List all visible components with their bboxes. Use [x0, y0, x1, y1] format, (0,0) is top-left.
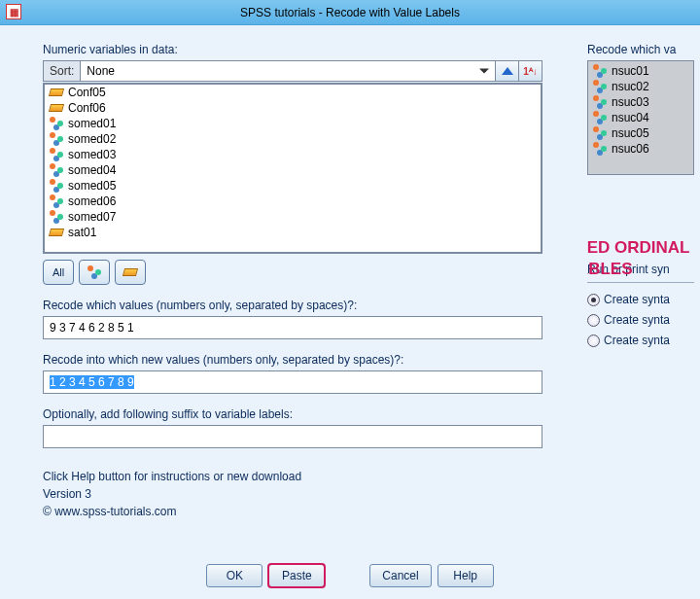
- recode-which-vars-label: Recode which va: [587, 43, 694, 56]
- triangle-up-icon: [502, 67, 513, 75]
- divider: [587, 282, 694, 283]
- sort-label: Sort:: [43, 60, 81, 82]
- list-item[interactable]: sat01: [45, 225, 541, 240]
- list-item[interactable]: somed07: [45, 209, 541, 225]
- radio-icon: [587, 314, 600, 327]
- variable-name: Conf06: [68, 101, 106, 115]
- sort-alpha-button[interactable]: 1ᴬ↓: [519, 60, 542, 82]
- list-item[interactable]: Conf05: [45, 85, 541, 100]
- list-item[interactable]: somed02: [45, 131, 541, 147]
- syntax-radio-option[interactable]: Create synta: [587, 334, 694, 347]
- nominal-icon: [50, 132, 63, 146]
- nominal-icon: [593, 95, 607, 109]
- suffix-input[interactable]: [43, 425, 542, 448]
- syntax-radio-option[interactable]: Create synta: [587, 313, 694, 327]
- radio-label: Create synta: [604, 334, 670, 347]
- variable-name: somed06: [68, 194, 116, 208]
- ok-button[interactable]: OK: [206, 564, 262, 587]
- nominal-icon: [593, 126, 607, 140]
- nominal-icon: [593, 142, 607, 156]
- annotation-label: AUTORECODED ORDINAL VARIABLES: [587, 237, 692, 280]
- syntax-radio-option[interactable]: Create synta: [587, 293, 694, 306]
- variable-name: nsuc01: [612, 64, 649, 78]
- dialog-buttons: OK Paste Cancel Help: [0, 564, 700, 587]
- ruler-icon: [49, 104, 64, 112]
- left-panel: Numeric variables in data: Sort: None 1ᴬ…: [43, 43, 542, 520]
- nominal-icon: [593, 64, 607, 78]
- paste-button[interactable]: Paste: [268, 564, 325, 587]
- nominal-icon: [50, 210, 63, 224]
- variable-name: somed07: [68, 210, 116, 224]
- right-panel: Recode which va nsuc01nsuc02nsuc03nsuc04…: [587, 43, 694, 520]
- radio-icon: [587, 335, 600, 347]
- main-content: Numeric variables in data: Sort: None 1ᴬ…: [0, 25, 700, 524]
- ruler-icon: [49, 229, 64, 236]
- copyright-text: © www.spss-tutorials.com: [43, 503, 542, 520]
- filter-buttons: All: [43, 260, 542, 285]
- ruler-icon: [122, 268, 138, 276]
- syntax-radio-group: Create syntaCreate syntaCreate synta: [587, 293, 694, 347]
- help-hint: Click Help button for instructions or ne…: [43, 468, 542, 485]
- nominal-icon: [593, 80, 607, 93]
- variable-listbox[interactable]: Conf05Conf06somed01somed02somed03somed04…: [43, 83, 542, 254]
- filter-all-button[interactable]: All: [43, 260, 74, 285]
- list-item[interactable]: nsuc05: [590, 125, 691, 141]
- variable-name: nsuc05: [612, 126, 649, 140]
- chevron-down-icon: [479, 69, 489, 74]
- nominal-icon: [50, 194, 63, 208]
- variable-name: somed01: [68, 117, 116, 130]
- list-item[interactable]: nsuc01: [590, 63, 691, 79]
- list-item[interactable]: somed01: [45, 116, 541, 131]
- variable-name: somed03: [68, 148, 116, 161]
- list-item[interactable]: nsuc03: [590, 94, 691, 110]
- suffix-label: Optionally, add following suffix to vari…: [43, 407, 542, 421]
- list-item[interactable]: Conf06: [45, 100, 541, 116]
- version-text: Version 3: [43, 485, 542, 503]
- recode-into-value: 1 2 3 4 5 6 7 8 9: [50, 375, 134, 389]
- target-listbox[interactable]: nsuc01nsuc02nsuc03nsuc04nsuc05nsuc06: [587, 60, 694, 175]
- sort-row: Sort: None 1ᴬ↓: [43, 60, 542, 82]
- radio-icon: [587, 294, 600, 306]
- filter-all-label: All: [52, 266, 64, 278]
- variable-name: sat01: [68, 226, 96, 239]
- help-button[interactable]: Help: [438, 564, 494, 587]
- radio-label: Create synta: [604, 293, 670, 306]
- variable-name: somed02: [68, 132, 116, 146]
- recode-which-input[interactable]: [43, 316, 542, 339]
- sort-dropdown[interactable]: None: [81, 60, 496, 82]
- cancel-button[interactable]: Cancel: [369, 564, 431, 587]
- ruler-icon: [49, 88, 64, 96]
- sort-az-icon: 1ᴬ↓: [523, 66, 538, 77]
- recode-into-input[interactable]: 1 2 3 4 5 6 7 8 9: [43, 370, 542, 394]
- list-item[interactable]: nsuc06: [590, 141, 691, 157]
- sort-value: None: [87, 64, 115, 78]
- list-item[interactable]: somed04: [45, 162, 541, 178]
- variable-name: nsuc04: [612, 111, 649, 124]
- variable-name: nsuc03: [612, 95, 649, 109]
- nominal-icon: [88, 265, 101, 279]
- variable-name: somed05: [68, 179, 116, 193]
- nominal-icon: [50, 117, 63, 130]
- list-item[interactable]: nsuc02: [590, 79, 691, 94]
- list-item[interactable]: somed05: [45, 178, 541, 194]
- nominal-icon: [50, 163, 63, 177]
- nominal-icon: [50, 148, 63, 161]
- variable-name: somed04: [68, 163, 116, 177]
- titlebar: ▦ SPSS tutorials - Recode with Value Lab…: [0, 0, 700, 25]
- info-block: Click Help button for instructions or ne…: [43, 468, 542, 520]
- filter-nominal-button[interactable]: [79, 260, 110, 285]
- sort-asc-button[interactable]: [496, 60, 519, 82]
- recode-into-label: Recode into which new values (numbers on…: [43, 353, 542, 367]
- radio-label: Create synta: [604, 313, 670, 327]
- list-item[interactable]: nsuc04: [590, 110, 691, 125]
- window-title: SPSS tutorials - Recode with Value Label…: [0, 0, 700, 25]
- variable-name: nsuc02: [612, 80, 649, 93]
- nominal-icon: [593, 111, 607, 124]
- variable-name: Conf05: [68, 86, 106, 99]
- list-item[interactable]: somed06: [45, 194, 541, 209]
- variable-name: nsuc06: [612, 142, 649, 156]
- filter-scale-button[interactable]: [115, 260, 146, 285]
- nominal-icon: [50, 179, 63, 193]
- list-item[interactable]: somed03: [45, 147, 541, 162]
- app-icon: ▦: [6, 4, 21, 19]
